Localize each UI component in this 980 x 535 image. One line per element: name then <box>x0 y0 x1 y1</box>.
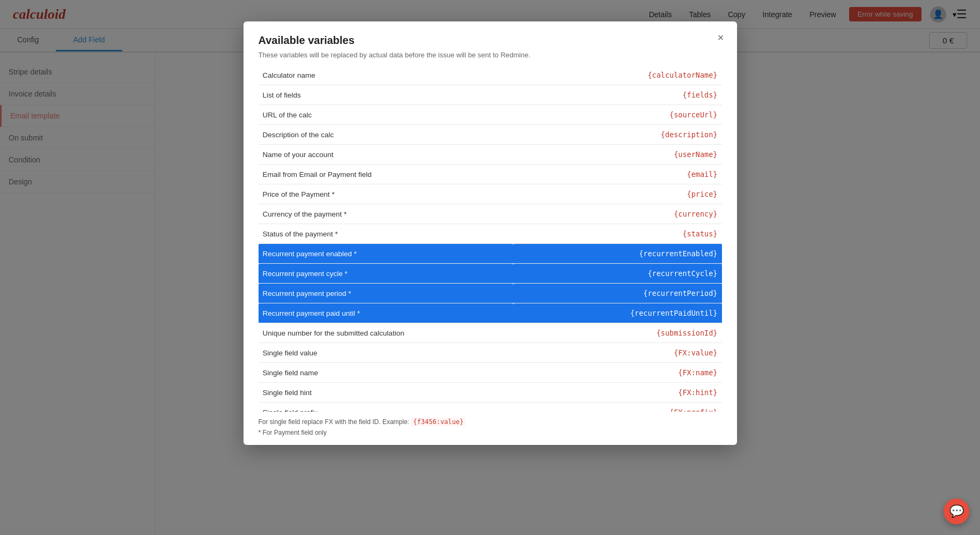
table-row: List of fields {fields} <box>259 85 722 105</box>
var-name-cell: Name of your account <box>259 145 513 165</box>
modal-overlay: Available variables These variables will… <box>0 0 980 535</box>
var-code-cell: {email} <box>513 165 722 184</box>
footer-note: For single field replace FX with the fie… <box>259 418 722 426</box>
var-name-cell: Calculator name <box>259 65 513 85</box>
table-row: Recurrent payment cycle * {recurrentCycl… <box>259 264 722 284</box>
table-row: Recurrent payment period * {recurrentPer… <box>259 284 722 303</box>
var-name-cell: Single field name <box>259 363 513 383</box>
var-name-cell: Recurrent payment cycle * <box>259 264 513 284</box>
var-name-cell: Recurrent payment paid until * <box>259 303 513 323</box>
table-row: Recurrent payment enabled * {recurrentEn… <box>259 244 722 264</box>
var-code-cell: {recurrentCycle} <box>513 264 722 284</box>
modal-title: Available variables <box>259 34 722 47</box>
modal-subtitle: These variables will be replaced by actu… <box>259 51 722 59</box>
modal-body: Calculator name {calculatorName} List of… <box>244 65 737 412</box>
var-code-cell: {fields} <box>513 85 722 105</box>
app-shell: calculoid Details Tables Copy Integrate … <box>0 0 980 535</box>
var-code-cell: {FX:name} <box>513 363 722 383</box>
var-code-cell: {FX:hint} <box>513 383 722 403</box>
modal-header: Available variables These variables will… <box>244 21 737 65</box>
var-name-cell: Unique number for the submitted calculat… <box>259 323 513 343</box>
table-row: Price of the Payment * {price} <box>259 184 722 204</box>
table-row: Name of your account {userName} <box>259 145 722 165</box>
table-row: Calculator name {calculatorName} <box>259 65 722 85</box>
var-code-cell: {status} <box>513 224 722 244</box>
table-row: Single field value {FX:value} <box>259 343 722 363</box>
table-row: Recurrent payment paid until * {recurren… <box>259 303 722 323</box>
var-name-cell: Recurrent payment enabled * <box>259 244 513 264</box>
var-code-cell: {recurrentPeriod} <box>513 284 722 303</box>
var-code-cell: {recurrentEnabled} <box>513 244 722 264</box>
var-code-cell: {price} <box>513 184 722 204</box>
table-row: Currency of the payment * {currency} <box>259 204 722 224</box>
var-name-cell: Price of the Payment * <box>259 184 513 204</box>
available-variables-modal: Available variables These variables will… <box>244 21 737 445</box>
var-name-cell: List of fields <box>259 85 513 105</box>
chat-bubble[interactable]: 💬 <box>944 499 969 524</box>
var-code-cell: {currency} <box>513 204 722 224</box>
var-name-cell: Currency of the payment * <box>259 204 513 224</box>
var-name-cell: Email from Email or Payment field <box>259 165 513 184</box>
var-name-cell: Single field hint <box>259 383 513 403</box>
variables-table: Calculator name {calculatorName} List of… <box>259 65 722 412</box>
var-name-cell: Single field prefix <box>259 403 513 412</box>
footer-code-example: {f3456:value} <box>411 418 466 426</box>
var-name-cell: URL of the calc <box>259 105 513 125</box>
var-name-cell: Recurrent payment period * <box>259 284 513 303</box>
var-name-cell: Single field value <box>259 343 513 363</box>
modal-close-button[interactable]: × <box>713 30 728 45</box>
table-row: Single field prefix {FX:prefix} <box>259 403 722 412</box>
table-row: Single field hint {FX:hint} <box>259 383 722 403</box>
var-code-cell: {userName} <box>513 145 722 165</box>
var-code-cell: {FX:value} <box>513 343 722 363</box>
var-code-cell: {sourceUrl} <box>513 105 722 125</box>
modal-footer: For single field replace FX with the fie… <box>244 412 737 445</box>
footer-asterisk: * For Payment field only <box>259 429 722 436</box>
var-code-cell: {description} <box>513 125 722 145</box>
var-name-cell: Status of the payment * <box>259 224 513 244</box>
var-code-cell: {calculatorName} <box>513 65 722 85</box>
table-row: URL of the calc {sourceUrl} <box>259 105 722 125</box>
table-row: Status of the payment * {status} <box>259 224 722 244</box>
var-name-cell: Description of the calc <box>259 125 513 145</box>
var-code-cell: {FX:prefix} <box>513 403 722 412</box>
table-row: Email from Email or Payment field {email… <box>259 165 722 184</box>
var-code-cell: {submissionId} <box>513 323 722 343</box>
var-code-cell: {recurrentPaidUntil} <box>513 303 722 323</box>
table-row: Unique number for the submitted calculat… <box>259 323 722 343</box>
table-row: Description of the calc {description} <box>259 125 722 145</box>
table-row: Single field name {FX:name} <box>259 363 722 383</box>
